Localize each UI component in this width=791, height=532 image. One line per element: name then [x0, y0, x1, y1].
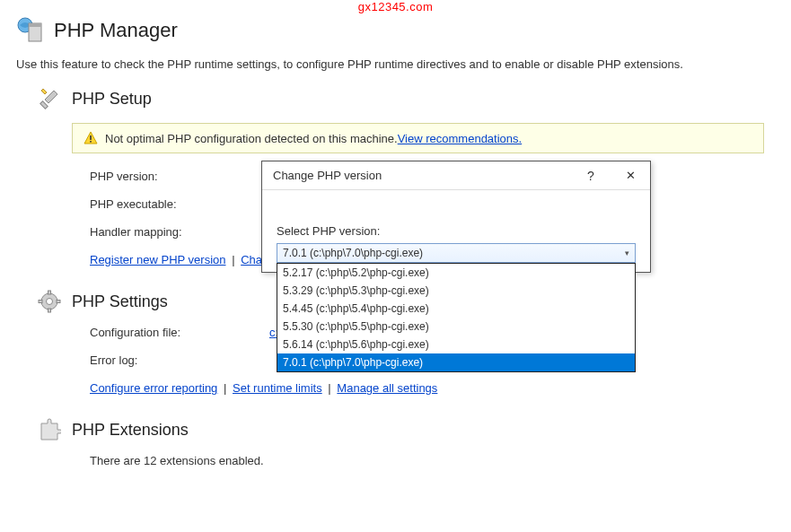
php-settings-title: PHP Settings	[72, 292, 168, 311]
dropdown-option[interactable]: 5.2.17 (c:\php\5.2\php-cgi.exe)	[277, 264, 635, 282]
dialog-close-button[interactable]: ✕	[611, 161, 650, 190]
svg-point-7	[47, 299, 53, 305]
wrench-icon	[38, 87, 61, 110]
php-extensions-title: PHP Extensions	[72, 421, 189, 440]
php-setup-title: PHP Setup	[72, 90, 152, 109]
manage-settings-link[interactable]: Manage all settings	[337, 381, 437, 395]
svg-rect-9	[48, 309, 51, 312]
php-extensions-section: PHP Extensions There are 12 extensions e…	[38, 418, 764, 467]
svg-rect-2	[29, 23, 41, 27]
separator: |	[221, 381, 229, 395]
separator: |	[325, 381, 333, 395]
separator: |	[229, 253, 237, 266]
php-executable-label: PHP executable:	[90, 197, 269, 211]
dropdown-option[interactable]: 5.6.14 (c:\php\5.6\php-cgi.exe)	[277, 336, 635, 353]
watermark-text: gx12345.com	[358, 0, 434, 13]
handler-mapping-label: Handler mapping:	[90, 225, 269, 239]
dropdown-option[interactable]: 5.5.30 (c:\php\5.5\php-cgi.exe)	[277, 318, 635, 336]
svg-rect-5	[90, 141, 92, 143]
select-version-label: Select PHP version:	[277, 224, 636, 238]
dropdown-option[interactable]: 5.3.29 (c:\php\5.3\php-cgi.exe)	[277, 282, 635, 300]
php-version-combo[interactable]: 7.0.1 (c:\php\7.0\php-cgi.exe) ▾ 5.2.17 …	[277, 243, 636, 263]
config-file-label: Configuration file:	[90, 326, 269, 339]
svg-rect-8	[48, 291, 51, 294]
page-title: PHP Manager	[54, 19, 178, 42]
svg-rect-11	[57, 301, 60, 303]
php-manager-icon	[16, 16, 45, 45]
dialog-titlebar: Change PHP version ? ✕	[262, 161, 650, 190]
php-version-label: PHP version:	[90, 170, 269, 183]
extensions-count-text: There are 12 extensions enabled.	[90, 454, 264, 467]
register-php-link[interactable]: Register new PHP version	[90, 253, 226, 266]
dialog-title: Change PHP version	[273, 169, 571, 182]
notice-text: Not optimal PHP configuration detected o…	[105, 132, 398, 145]
gear-icon	[38, 290, 61, 313]
view-recommendations-link[interactable]: View recommendations.	[398, 132, 523, 145]
runtime-limits-link[interactable]: Set runtime limits	[233, 381, 322, 395]
notice-box: Not optimal PHP configuration detected o…	[72, 123, 764, 153]
dropdown-option[interactable]: 5.4.45 (c:\php\5.4\php-cgi.exe)	[277, 300, 635, 318]
svg-rect-4	[90, 135, 92, 140]
php-version-dropdown: 5.2.17 (c:\php\5.2\php-cgi.exe)5.3.29 (c…	[277, 263, 636, 372]
warning-icon	[83, 131, 98, 145]
svg-rect-10	[39, 301, 42, 303]
dialog-help-button[interactable]: ?	[571, 161, 611, 190]
change-php-dialog: Change PHP version ? ✕ Select PHP versio…	[261, 161, 651, 273]
svg-rect-3	[40, 101, 48, 109]
combo-selected-text: 7.0.1 (c:\php\7.0\php-cgi.exe)	[283, 247, 625, 259]
chevron-down-icon: ▾	[625, 249, 629, 257]
configure-error-link[interactable]: Configure error reporting	[90, 381, 217, 395]
error-log-label: Error log:	[90, 353, 269, 367]
dropdown-option[interactable]: 7.0.1 (c:\php\7.0\php-cgi.exe)	[277, 353, 635, 371]
page-description: Use this feature to check the PHP runtim…	[0, 52, 791, 87]
puzzle-icon	[38, 418, 61, 441]
